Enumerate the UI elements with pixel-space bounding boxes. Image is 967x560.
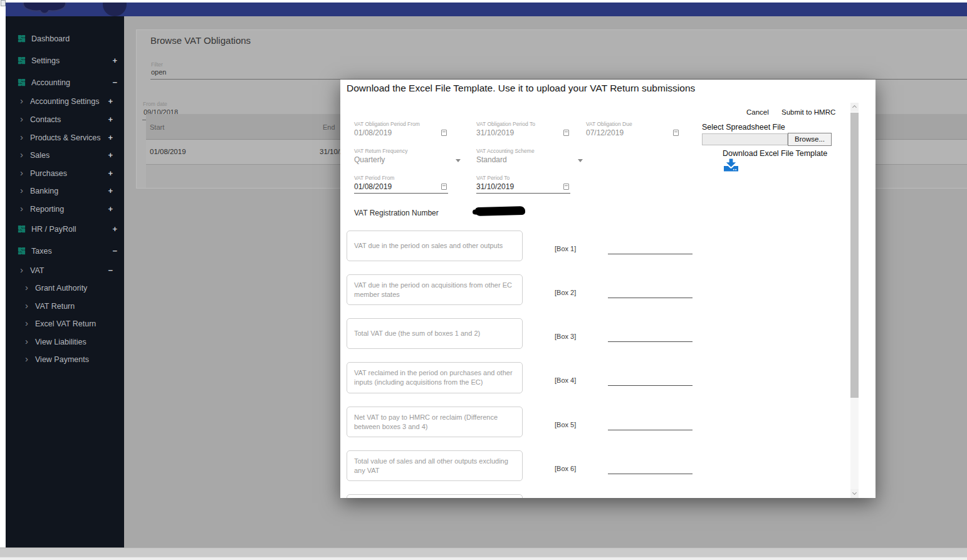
sidebar-item-view-payments[interactable]: › View Payments xyxy=(6,352,124,367)
column-header-end: End xyxy=(323,123,335,131)
expand-toggle[interactable]: − xyxy=(112,78,117,87)
sidebar-item-label: Banking xyxy=(30,187,58,195)
page-title: Browse VAT Obligations xyxy=(150,35,251,46)
sidebar-item-label: Settings xyxy=(31,56,60,65)
vat-box-description: VAT reclaimed in the period on purchases… xyxy=(347,362,523,393)
expand-toggle[interactable]: + xyxy=(108,186,113,195)
browse-button[interactable]: Browse... xyxy=(788,133,832,146)
sidebar-item-accounting[interactable]: Accounting − xyxy=(6,75,124,90)
calendar-icon[interactable] xyxy=(441,130,447,136)
chevron-right-icon: › xyxy=(25,336,28,346)
expand-toggle[interactable]: + xyxy=(108,150,113,160)
download-excel-icon[interactable] xyxy=(724,158,738,172)
redacted-vat-number xyxy=(475,206,525,216)
sidebar-item-hr-payroll[interactable]: HR / PayRoll + xyxy=(6,222,124,237)
vat-box-description: Total VAT due (the sum of boxes 1 and 2) xyxy=(347,318,523,349)
dropdown-arrow-icon[interactable] xyxy=(456,159,461,162)
expand-toggle[interactable]: + xyxy=(108,133,113,142)
sidebar-item-dashboard[interactable]: Dashboard xyxy=(6,31,124,46)
dropdown-arrow-icon[interactable] xyxy=(578,159,583,162)
scrollbar-thumb[interactable] xyxy=(850,113,859,398)
vat-box-input[interactable] xyxy=(608,430,693,430)
cancel-button[interactable]: Cancel xyxy=(746,108,769,116)
expand-toggle[interactable]: + xyxy=(108,204,113,214)
vat-box-input[interactable] xyxy=(608,385,693,386)
sidebar-item-contacts[interactable]: › Contacts + xyxy=(6,112,124,127)
scroll-up-button[interactable] xyxy=(850,103,859,111)
expand-toggle[interactable]: + xyxy=(108,115,113,124)
calendar-icon[interactable] xyxy=(563,130,569,136)
sidebar-item-label: VAT Return xyxy=(35,302,75,311)
expand-toggle[interactable]: + xyxy=(108,96,113,106)
field-value: Quarterly xyxy=(354,155,385,164)
sidebar-item-sales[interactable]: › Sales + xyxy=(6,148,124,163)
chevron-right-icon: › xyxy=(25,301,28,311)
apps-grid-icon xyxy=(17,224,26,234)
modal-title: Download the Excel File Template. Use it… xyxy=(347,83,695,94)
sidebar-item-vat[interactable]: › VAT − xyxy=(6,263,124,278)
expand-toggle[interactable]: + xyxy=(112,224,117,234)
sidebar-item-grant-authority[interactable]: › Grant Authority xyxy=(6,281,124,296)
calendar-icon[interactable] xyxy=(563,184,569,190)
vat-box-input[interactable] xyxy=(608,341,693,342)
expand-toggle[interactable]: + xyxy=(112,56,117,65)
vat-box-tag: [Box 5] xyxy=(555,421,576,428)
field-label: VAT Return Frequency xyxy=(354,148,408,154)
chevron-right-icon: › xyxy=(20,168,23,178)
field-label: VAT Period From xyxy=(354,175,394,181)
browser-artifact-icon xyxy=(1,0,6,6)
vat-box-input[interactable] xyxy=(608,254,693,254)
sidebar-item-label: VAT xyxy=(30,266,44,275)
vat-box-input[interactable] xyxy=(608,474,693,474)
vat-box-tag: [Box 3] xyxy=(555,333,576,340)
chevron-right-icon: › xyxy=(20,204,23,214)
sidebar-item-products-services[interactable]: › Products & Services + xyxy=(6,130,124,145)
sidebar-item-view-liabilities[interactable]: › View Liabilities xyxy=(6,334,124,350)
sidebar-item-vat-return[interactable]: › VAT Return xyxy=(6,299,124,314)
sidebar: Dashboard Settings + Accounting − xyxy=(6,16,124,547)
expand-toggle[interactable]: + xyxy=(108,169,113,178)
field-underline xyxy=(354,193,448,194)
sidebar-item-banking[interactable]: › Banking + xyxy=(6,184,124,199)
field-value: 01/08/2019 xyxy=(354,182,392,191)
sidebar-item-reporting[interactable]: › Reporting + xyxy=(6,202,124,217)
vat-box-input[interactable] xyxy=(608,298,693,298)
sidebar-item-label: Sales xyxy=(30,151,50,160)
select-spreadsheet-file-label: Select Spreadsheet File xyxy=(702,123,785,132)
calendar-icon[interactable] xyxy=(673,130,679,136)
sidebar-item-settings[interactable]: Settings + xyxy=(6,53,124,68)
expand-toggle[interactable]: − xyxy=(112,246,117,256)
horizontal-scrollbar-track[interactable] xyxy=(0,547,967,557)
vat-registration-number-label: VAT Registration Number xyxy=(354,209,439,217)
file-path-input[interactable] xyxy=(702,133,788,145)
sidebar-item-label: Excel VAT Return xyxy=(35,319,96,328)
bottom-chrome-strip xyxy=(0,557,967,560)
field-label: VAT Obligation Period To xyxy=(476,121,535,127)
sidebar-item-label: Dashboard xyxy=(31,34,70,43)
field-label: VAT Obligation Period From xyxy=(354,121,420,127)
sidebar-item-label: Contacts xyxy=(30,115,61,124)
sidebar-item-taxes[interactable]: Taxes − xyxy=(6,244,124,259)
sidebar-item-accounting-settings[interactable]: › Accounting Settings + xyxy=(6,94,124,109)
chevron-right-icon: › xyxy=(20,150,23,160)
sidebar-item-purchases[interactable]: › Purchases + xyxy=(6,166,124,181)
submit-to-hmrc-button[interactable]: Submit to HMRC xyxy=(781,108,835,116)
download-template-label[interactable]: Download Excel File Template xyxy=(723,149,827,158)
apps-grid-icon xyxy=(17,78,26,87)
scroll-down-button[interactable] xyxy=(850,489,859,498)
topbar-avatar-circle[interactable] xyxy=(103,3,127,16)
field-value: 07/12/2019 xyxy=(586,128,624,137)
calendar-icon[interactable] xyxy=(441,184,447,190)
sidebar-item-label: HR / PayRoll xyxy=(31,225,76,234)
sidebar-item-label: View Liabilities xyxy=(35,338,86,346)
field-label: VAT Accounting Scheme xyxy=(476,148,535,154)
excel-vat-return-modal: Download the Excel File Template. Use it… xyxy=(340,80,876,498)
vat-box-tag: [Box 2] xyxy=(555,289,576,296)
filter-input[interactable]: open xyxy=(151,68,166,76)
sidebar-item-label: Products & Services xyxy=(30,133,101,142)
vat-box-description: Net VAT to pay to HMRC or reclaim (Diffe… xyxy=(347,407,523,437)
sidebar-item-excel-vat-return[interactable]: › Excel VAT Return xyxy=(6,316,124,331)
expand-toggle[interactable]: − xyxy=(108,266,113,275)
modal-scrollbar[interactable] xyxy=(850,103,859,498)
vat-box-description: VAT due in the period on sales and other… xyxy=(347,231,523,261)
